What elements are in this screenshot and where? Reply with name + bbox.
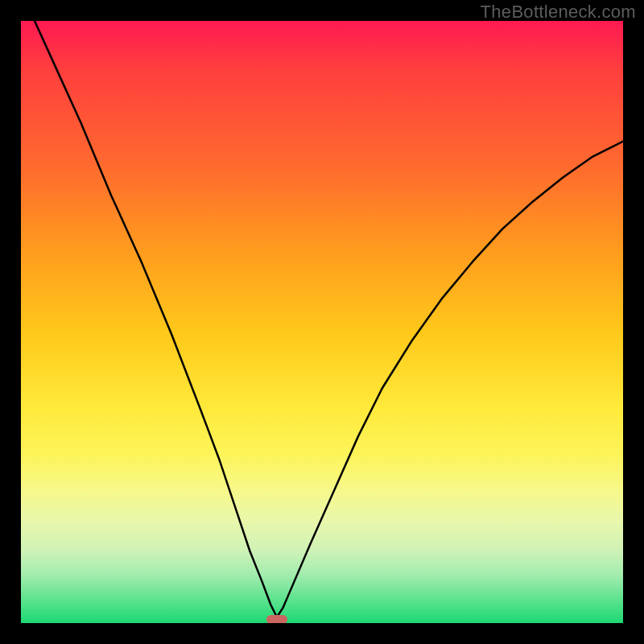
plot-area — [21, 21, 623, 623]
chart-frame: TheBottleneck.com — [0, 0, 644, 644]
bottleneck-curve — [21, 21, 623, 623]
optimal-point-marker — [266, 615, 287, 623]
watermark-text: TheBottleneck.com — [481, 2, 636, 23]
